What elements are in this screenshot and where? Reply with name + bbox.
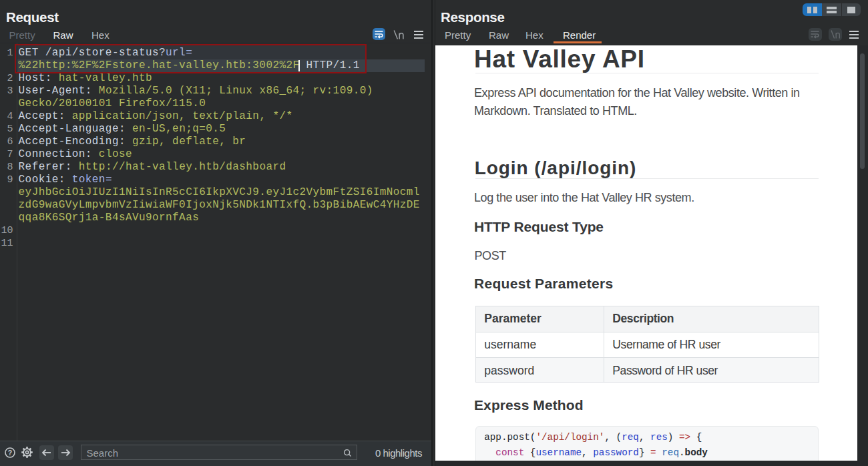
svg-text:?: ? bbox=[8, 449, 12, 457]
